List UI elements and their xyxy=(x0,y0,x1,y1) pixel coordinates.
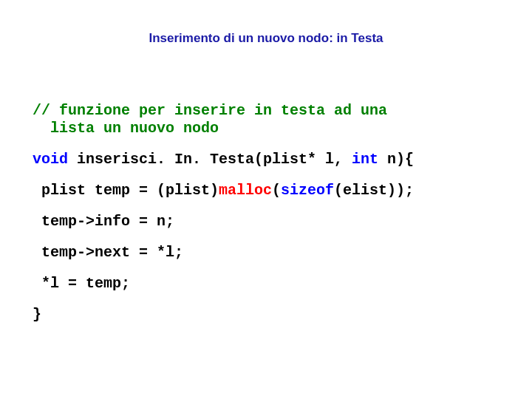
temp-a: plist temp = (plist) xyxy=(33,182,219,199)
code-line-assign: *l = temp; xyxy=(33,275,499,293)
sig-end: n){ xyxy=(378,151,414,168)
keyword-int: int xyxy=(352,151,378,168)
code-line-info: temp->info = n; xyxy=(33,213,499,231)
code-signature: void inserisci. In. Testa(plist* l, int … xyxy=(33,151,499,168)
comment-line-1: // funzione per inserire in testa ad una xyxy=(33,102,387,119)
slide: Inserimento di un nuovo nodo: in Testa /… xyxy=(0,0,532,399)
code-line-close: } xyxy=(33,306,499,324)
code-line-temp: plist temp = (plist)malloc(sizeof(elist)… xyxy=(33,182,499,200)
comment-line-2: lista un nuovo nodo xyxy=(33,120,219,137)
temp-b: ( xyxy=(272,182,281,199)
code-block: // funzione per inserire in testa ad una… xyxy=(33,66,499,372)
code-comment: // funzione per inserire in testa ad una… xyxy=(33,102,499,137)
slide-title: Inserimento di un nuovo nodo: in Testa xyxy=(33,31,499,46)
fn-malloc: malloc xyxy=(219,182,272,199)
keyword-sizeof: sizeof xyxy=(281,182,334,199)
sig-rest: inserisci. In. Testa(plist* l, xyxy=(68,151,352,168)
keyword-void: void xyxy=(33,151,68,168)
temp-c: (elist)); xyxy=(334,182,414,199)
code-line-next: temp->next = *l; xyxy=(33,244,499,262)
